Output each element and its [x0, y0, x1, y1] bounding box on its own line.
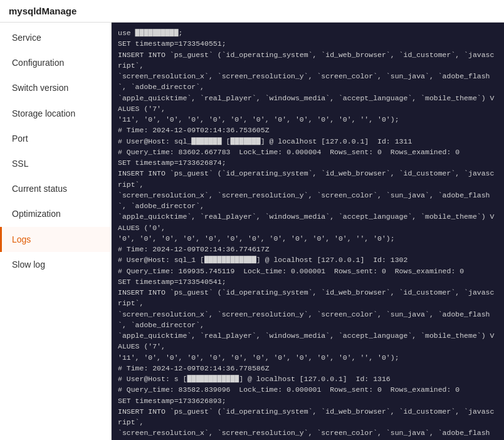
sidebar-item-ssl[interactable]: SSL [0, 151, 111, 176]
sidebar: ServiceConfigurationSwitch versionStorag… [0, 23, 112, 440]
app-title: mysqldManage [9, 6, 76, 16]
sidebar-item-service[interactable]: Service [0, 25, 111, 50]
sidebar-item-switch-version[interactable]: Switch version [0, 75, 111, 100]
sidebar-item-current-status[interactable]: Current status [0, 176, 111, 201]
sidebar-item-logs[interactable]: Logs [0, 227, 111, 252]
log-content-area[interactable]: use ██████████; SET timestamp=1733540551… [112, 23, 504, 440]
sidebar-item-port[interactable]: Port [0, 126, 111, 151]
sidebar-item-configuration[interactable]: Configuration [0, 50, 111, 75]
sidebar-item-storage-location[interactable]: Storage location [0, 101, 111, 126]
sidebar-item-optimization[interactable]: Optimization [0, 201, 111, 226]
sidebar-item-slow-log[interactable]: Slow log [0, 252, 111, 277]
app-title-bar: mysqldManage [0, 0, 504, 23]
main-container: ServiceConfigurationSwitch versionStorag… [0, 23, 504, 440]
log-text-display: use ██████████; SET timestamp=1733540551… [118, 28, 498, 440]
